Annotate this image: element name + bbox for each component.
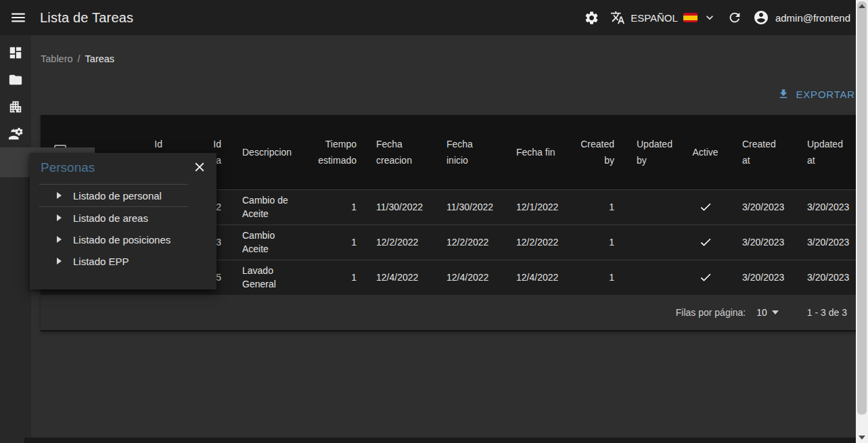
menu-button[interactable] xyxy=(8,7,28,28)
popup-item-listado-de-posiciones[interactable]: Listado de posiciones xyxy=(30,229,216,250)
dashboard-icon xyxy=(8,45,23,60)
topbar-actions: ESPAÑOL admin@frontend xyxy=(584,9,868,26)
gear-icon xyxy=(584,10,599,26)
breadcrumb: Tablero/Tareas xyxy=(41,53,114,64)
column-header-created-by[interactable]: Created by xyxy=(570,115,619,189)
cell-active xyxy=(683,260,727,295)
cell-fecha-inicio: 12/2/2022 xyxy=(436,225,506,260)
cell-descripcion: Cambio Aceite xyxy=(223,225,315,260)
cell-active xyxy=(683,189,727,225)
caret-down-icon xyxy=(772,310,779,314)
cell-fecha-creacion: 12/4/2022 xyxy=(365,260,436,295)
export-button[interactable]: EXPORTAR xyxy=(777,88,855,100)
cell-updated-by xyxy=(619,225,683,260)
rows-per-page-select[interactable]: 10 xyxy=(756,307,779,318)
popup-header: Personas xyxy=(30,153,216,184)
building-icon xyxy=(8,99,23,114)
cell-descripcion: Cambio de Aceite xyxy=(223,189,315,225)
user-menu[interactable]: admin@frontend xyxy=(753,9,850,26)
cell-tiempo-estimado: 1 xyxy=(315,225,365,260)
personas-popup: Personas Listado de personal Listado de … xyxy=(30,153,216,289)
user-email: admin@frontend xyxy=(775,12,850,24)
settings-button[interactable] xyxy=(584,10,599,26)
pagination-range: 1 - 3 de 3 xyxy=(807,307,847,318)
check-icon xyxy=(699,200,712,214)
sidebar-item-building[interactable] xyxy=(0,93,31,120)
page-title: Lista de Tareas xyxy=(40,10,133,26)
engineer-icon xyxy=(8,126,23,141)
vertical-scrollbar[interactable] xyxy=(856,0,868,443)
column-header-updated-by[interactable]: Updated by xyxy=(619,115,683,189)
horizontal-scrollbar[interactable] xyxy=(24,438,856,443)
breadcrumb-current: Tareas xyxy=(85,53,115,64)
arrow-right-icon xyxy=(57,236,62,243)
arrow-right-icon xyxy=(57,214,62,221)
cell-fecha-fin: 12/2/2022 xyxy=(506,225,570,260)
cell-fecha-inicio: 12/4/2022 xyxy=(436,260,506,295)
cell-fecha-creacion: 12/2/2022 xyxy=(365,225,436,260)
cell-created-at: 3/20/2023 xyxy=(727,225,792,260)
close-icon xyxy=(192,160,207,174)
scroll-down-arrow-icon[interactable] xyxy=(859,436,865,440)
popup-item-listado-epp[interactable]: Listado EPP xyxy=(30,250,216,272)
cell-updated-by xyxy=(619,189,683,225)
cell-fecha-inicio: 11/30/2022 xyxy=(436,189,506,225)
export-label: EXPORTAR xyxy=(796,89,855,100)
check-icon xyxy=(699,271,712,284)
spain-flag-icon xyxy=(683,13,698,22)
language-selector[interactable]: ESPAÑOL xyxy=(610,10,716,25)
account-circle-icon xyxy=(753,9,769,26)
check-icon xyxy=(699,235,712,249)
popup-title: Personas xyxy=(41,160,95,175)
column-header-fecha-inicio[interactable]: Fecha inicio xyxy=(436,115,506,189)
column-header-descripcion[interactable]: Descripcion xyxy=(223,115,315,189)
folder-icon xyxy=(8,72,23,87)
cell-fecha-creacion: 11/30/2022 xyxy=(365,189,436,225)
translate-icon xyxy=(610,10,625,25)
column-header-tiempo-estimado[interactable]: Tiempo estimado xyxy=(315,115,365,189)
cell-fecha-fin: 12/4/2022 xyxy=(506,260,570,295)
scroll-up-arrow-icon[interactable] xyxy=(859,4,865,8)
column-header-active[interactable]: Active xyxy=(683,115,727,189)
language-label: ESPAÑOL xyxy=(631,12,678,24)
arrow-right-icon xyxy=(57,192,62,199)
popup-item-listado-de-personal[interactable]: Listado de personal xyxy=(30,185,216,206)
scrollbar-thumb[interactable] xyxy=(857,1,867,415)
sidebar xyxy=(0,35,31,443)
cell-tiempo-estimado: 1 xyxy=(315,260,365,295)
cell-created-at: 3/20/2023 xyxy=(727,260,792,295)
column-header-fecha-fin[interactable]: Fecha fin xyxy=(506,115,570,189)
cell-created-by: 1 xyxy=(570,225,619,260)
hamburger-menu-icon xyxy=(9,9,27,26)
cell-created-by: 1 xyxy=(570,260,619,295)
cell-updated-by xyxy=(619,260,683,295)
rows-per-page-label: Filas por página: xyxy=(676,307,746,318)
chevron-down-icon xyxy=(703,11,716,24)
table-pagination: Filas por página: 10 1 - 3 de 3 xyxy=(41,295,868,330)
topbar: Lista de Tareas ESPAÑOL admin@frontend xyxy=(0,0,868,35)
arrow-right-icon xyxy=(57,258,62,264)
popup-item-listado-de-areas[interactable]: Listado de areas xyxy=(30,207,216,229)
refresh-icon xyxy=(727,10,742,25)
download-icon xyxy=(777,88,790,100)
column-header-created-at[interactable]: Created at xyxy=(727,115,792,189)
cell-created-at: 3/20/2023 xyxy=(727,189,792,225)
breadcrumb-link-tablero[interactable]: Tablero xyxy=(41,53,73,64)
rows-per-page-value: 10 xyxy=(756,307,767,318)
sidebar-item-dashboard[interactable] xyxy=(0,39,31,66)
cell-fecha-fin: 12/1/2022 xyxy=(506,189,570,225)
cell-created-by: 1 xyxy=(570,189,619,225)
cell-active xyxy=(683,225,727,260)
refresh-button[interactable] xyxy=(727,10,742,25)
close-button[interactable] xyxy=(191,159,208,177)
sidebar-item-folder[interactable] xyxy=(0,66,31,93)
column-header-fecha-creacion[interactable]: Fecha creacion xyxy=(365,115,436,189)
cell-tiempo-estimado: 1 xyxy=(315,189,365,225)
cell-descripcion: Lavado General xyxy=(223,260,315,295)
sidebar-item-engineering[interactable] xyxy=(0,120,31,147)
breadcrumb-separator: / xyxy=(78,53,81,64)
